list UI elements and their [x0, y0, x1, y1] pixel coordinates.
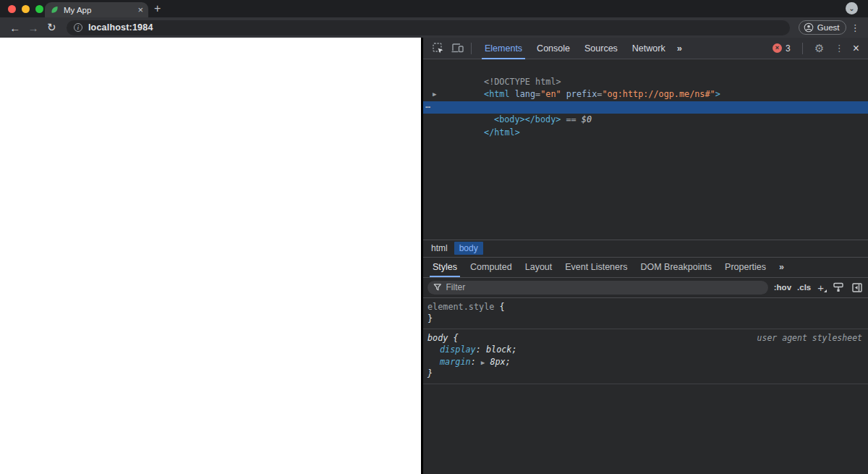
dom-tree: <!DOCTYPE html> <html lang="en" prefix="… — [423, 59, 868, 240]
element-style-rule[interactable]: element.style { } — [423, 298, 868, 329]
devtools-menu-icon[interactable]: ⋮ — [832, 43, 847, 54]
devtools-tab-bar: Elements Console Sources Network » — [477, 38, 686, 59]
page-info-icon[interactable]: i — [74, 23, 82, 32]
property-name[interactable]: display — [440, 344, 476, 355]
property-value[interactable]: block — [486, 344, 512, 355]
devtools-toolbar: Elements Console Sources Network » × 3 ⚙… — [423, 38, 868, 59]
colon: : — [476, 344, 486, 355]
tab-search-chevron-icon[interactable]: ⌄ — [846, 2, 858, 14]
close-brace: } — [427, 313, 433, 323]
dropdown-corner-icon — [824, 289, 827, 292]
back-button[interactable]: ← — [7, 22, 22, 34]
dom-breadcrumb: html body — [423, 240, 868, 257]
filter-field[interactable] — [427, 281, 768, 295]
tab-properties[interactable]: Properties — [718, 258, 773, 277]
zoom-window-button[interactable] — [35, 5, 43, 13]
breadcrumb-body[interactable]: body — [454, 242, 483, 255]
filter-input[interactable] — [446, 282, 762, 292]
sidebar-tab-bar: Styles Computed Layout Event Listeners D… — [423, 257, 868, 278]
breadcrumb-html[interactable]: html — [426, 242, 453, 255]
dom-node-html-close[interactable]: </html> — [423, 114, 868, 127]
reload-button[interactable]: ↻ — [44, 21, 59, 34]
styles-pane: element.style { } user agent stylesheet … — [423, 298, 868, 474]
close-brace: } — [427, 368, 433, 378]
tab-strip: My App × + ⌄ — [0, 0, 868, 17]
element-style-selector[interactable]: element.style — [427, 302, 494, 312]
tab-network[interactable]: Network — [625, 38, 673, 59]
devtools-close-icon[interactable]: × — [850, 42, 862, 55]
error-counter[interactable]: × 3 — [773, 43, 791, 54]
css-property-display[interactable]: display: block; — [427, 344, 864, 356]
more-sidebar-tabs-icon[interactable]: » — [773, 258, 790, 277]
tab-styles[interactable]: Styles — [426, 258, 464, 277]
dom-node-head[interactable]: ▶<head>…</head> — [423, 88, 868, 101]
guest-avatar-icon — [804, 22, 814, 33]
styles-filter-bar: :hov .cls + — [423, 278, 868, 298]
semicolon: ; — [506, 357, 511, 367]
close-window-button[interactable] — [8, 5, 16, 13]
tab-title: My App — [64, 6, 133, 14]
inspect-element-icon[interactable] — [431, 41, 446, 56]
plus-icon: + — [817, 282, 824, 294]
more-tabs-icon[interactable]: » — [673, 38, 686, 59]
dom-node-doctype[interactable]: <!DOCTYPE html> — [423, 63, 868, 76]
settings-gear-icon[interactable]: ⚙ — [812, 41, 827, 56]
open-brace: { — [494, 302, 504, 312]
stylesheet-origin: user agent stylesheet — [757, 333, 862, 343]
error-count: 3 — [786, 43, 791, 54]
tab-close-icon[interactable]: × — [137, 5, 143, 14]
minimize-window-button[interactable] — [22, 5, 30, 13]
guest-label: Guest — [817, 23, 840, 32]
profile-badge[interactable]: Guest — [799, 20, 847, 35]
tab-elements[interactable]: Elements — [477, 38, 529, 59]
tab-computed[interactable]: Computed — [464, 258, 519, 277]
open-brace: { — [448, 333, 458, 343]
new-tab-button[interactable]: + — [154, 1, 161, 16]
drag-handle-dots-icon[interactable]: ⋯ — [425, 101, 430, 114]
new-style-rule-button[interactable]: + — [817, 282, 826, 294]
toggle-hover-state-button[interactable]: :hov — [774, 283, 791, 292]
favicon-leaf-icon — [50, 5, 59, 14]
colon: : — [471, 357, 481, 367]
error-icon: × — [773, 43, 782, 53]
toolbar-separator — [802, 43, 803, 54]
browser-tab[interactable]: My App × — [45, 2, 148, 17]
tab-event-listeners[interactable]: Event Listeners — [558, 258, 634, 277]
semicolon: ; — [511, 344, 516, 355]
tab-dom-breakpoints[interactable]: DOM Breakpoints — [634, 258, 718, 277]
url-text[interactable]: localhost:1984 — [88, 22, 153, 33]
property-name[interactable]: margin — [440, 357, 471, 367]
tab-console[interactable]: Console — [529, 38, 577, 59]
rendering-emulations-icon[interactable] — [832, 282, 845, 292]
html-close-tag: </html> — [484, 127, 520, 137]
toggle-classes-button[interactable]: .cls — [797, 283, 811, 292]
user-agent-body-rule[interactable]: user agent stylesheet body { display: bl… — [423, 329, 868, 384]
forward-button[interactable]: → — [25, 22, 41, 34]
dom-node-body-selected[interactable]: ⋯<body></body> == $0 — [423, 101, 868, 114]
css-property-margin[interactable]: margin: ▶ 8px; — [427, 356, 864, 368]
devtools-toolbar-right: × 3 ⚙ ⋮ × — [773, 41, 862, 56]
macos-traffic-lights — [8, 5, 43, 13]
page-viewport[interactable] — [0, 38, 421, 474]
dom-node-html-open[interactable]: <html lang="en" prefix="og:http://ogp.me… — [423, 76, 868, 89]
tab-layout[interactable]: Layout — [519, 258, 559, 277]
device-toolbar-icon[interactable] — [450, 41, 464, 56]
computed-sidebar-toggle-icon[interactable] — [851, 283, 864, 292]
browser-toolbar: ← → ↻ i localhost:1984 Guest ⋮ — [0, 17, 868, 38]
filter-funnel-icon — [433, 283, 442, 292]
tab-sources[interactable]: Sources — [577, 38, 625, 59]
window-content: Elements Console Sources Network » × 3 ⚙… — [0, 38, 868, 474]
browser-menu-icon[interactable]: ⋮ — [849, 22, 861, 33]
disclosure-triangle-icon[interactable]: ▶ — [433, 88, 436, 101]
devtools-panel: Elements Console Sources Network » × 3 ⚙… — [423, 38, 868, 474]
property-value[interactable]: 8px — [490, 357, 505, 367]
body-selector[interactable]: body — [427, 333, 448, 343]
address-bar[interactable]: i localhost:1984 — [67, 20, 790, 35]
browser-window: My App × + ⌄ ← → ↻ i localhost:1984 Gues… — [0, 0, 868, 474]
toolbar-separator — [471, 43, 472, 54]
